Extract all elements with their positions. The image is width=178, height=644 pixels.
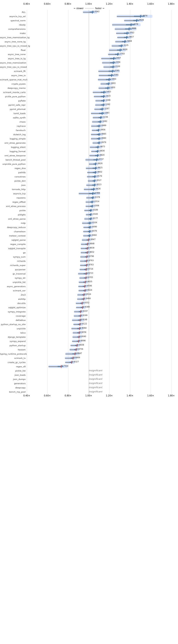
grid-line	[151, 103, 151, 107]
table-row: deepcopy_reduce1.0090	[27, 225, 171, 230]
grid-line	[171, 174, 171, 179]
grid-line	[130, 192, 130, 196]
whisker-left	[49, 366, 61, 367]
grid-line	[109, 128, 109, 132]
value-label: 1.0314	[93, 200, 99, 202]
grid-line	[27, 44, 27, 48]
grid-line	[109, 166, 109, 170]
grid-line	[171, 128, 171, 132]
table-row: pickle_dict1.0527	[27, 179, 171, 183]
grid-line	[27, 158, 27, 162]
median-line	[83, 298, 84, 300]
grid-line	[171, 234, 171, 238]
table-row: aiohttp0.9484	[27, 297, 171, 301]
benchmark-label: xml_etree_process	[0, 205, 26, 208]
grid-line	[89, 14, 89, 18]
grid-line	[68, 162, 68, 166]
grid-line	[68, 369, 68, 373]
value-label: 0.9056	[80, 331, 86, 333]
grid-line	[171, 82, 171, 86]
table-row: go0.9832	[27, 250, 171, 255]
grid-line	[130, 272, 130, 276]
grid-line	[171, 318, 171, 322]
grid-line	[151, 369, 151, 373]
grid-line	[151, 40, 151, 44]
grid-line	[47, 166, 48, 170]
value-label: 0.9624	[85, 289, 92, 291]
grid-line	[68, 183, 68, 187]
grid-line	[47, 128, 48, 132]
grid-line	[151, 381, 151, 386]
grid-line	[109, 339, 109, 343]
grid-line	[89, 348, 89, 352]
value-label: 1.1382	[104, 103, 110, 106]
value-label: 1.0183	[91, 213, 98, 215]
grid-line	[171, 90, 171, 94]
grid-line	[109, 343, 109, 348]
whisker-left	[91, 134, 99, 135]
grid-line	[171, 145, 171, 149]
grid-line	[151, 225, 151, 230]
value-label: 1.0836	[98, 150, 105, 152]
table-row: regex_compile0.9848	[27, 242, 171, 246]
grid-line	[109, 111, 109, 116]
grid-line	[171, 310, 171, 314]
value-label: 1.1453	[104, 90, 111, 93]
value-label: 1.4628	[137, 19, 144, 21]
grid-line	[27, 263, 27, 267]
grid-line	[68, 276, 68, 280]
median-line	[80, 319, 80, 322]
grid-line	[89, 27, 89, 31]
whisker-left	[81, 248, 87, 249]
whisker-left	[101, 84, 108, 84]
grid-line	[27, 230, 27, 234]
grid-line	[151, 69, 151, 73]
grid-line	[171, 132, 171, 136]
grid-line	[109, 120, 109, 124]
whisker-left	[76, 303, 82, 304]
table-row: ALL1.0342	[27, 10, 171, 14]
value-label: 0.8756	[77, 348, 83, 350]
x-tick-040: 0.40×	[23, 3, 30, 5]
grid-line	[151, 263, 151, 267]
value-label: 0.9796	[87, 255, 94, 258]
grid-line	[151, 212, 151, 217]
whisker-left	[117, 16, 140, 17]
grid-line	[27, 364, 27, 369]
value-label: 1.0979	[99, 141, 106, 144]
grid-line	[27, 284, 27, 288]
grid-line	[109, 196, 109, 200]
grid-line	[89, 23, 89, 27]
median-line	[99, 142, 99, 144]
benchmark-label: pyflate	[0, 100, 26, 102]
grid-line	[68, 314, 68, 318]
value-label: 1.4974	[141, 15, 147, 17]
grid-line	[109, 381, 109, 386]
table-row: docutils0.9352	[27, 301, 171, 305]
grid-line	[151, 27, 151, 31]
value-label: 1.0436	[94, 188, 101, 190]
grid-line	[151, 352, 151, 356]
benchmark-label: sqlglot_optimize	[0, 306, 26, 309]
grid-line	[68, 200, 68, 204]
grid-line	[151, 246, 151, 250]
grid-line	[89, 60, 89, 65]
grid-line	[171, 136, 171, 141]
benchmark-label: go	[0, 252, 26, 254]
median-line	[113, 61, 113, 64]
value-label: 0.9848	[88, 242, 95, 245]
grid-line	[89, 40, 89, 44]
grid-line	[68, 18, 68, 23]
value-label: 1.0737	[97, 158, 104, 160]
grid-line	[171, 386, 171, 390]
grid-line	[47, 335, 48, 339]
median-line	[99, 137, 99, 140]
grid-line	[27, 183, 27, 187]
grid-line	[27, 73, 27, 78]
grid-line	[130, 128, 130, 132]
grid-line	[47, 141, 48, 145]
grid-line	[171, 230, 171, 234]
grid-line	[47, 352, 48, 356]
grid-line	[68, 288, 68, 293]
table-row: crypto_pyaes1.1893	[27, 82, 171, 86]
